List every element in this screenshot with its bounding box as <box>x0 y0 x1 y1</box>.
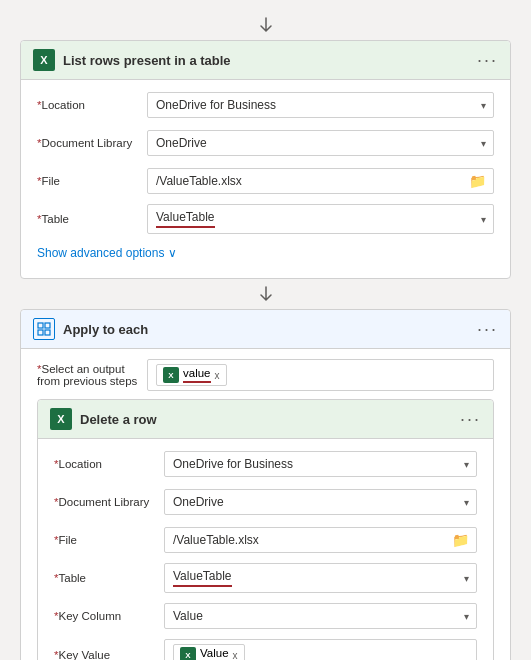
keyvalue-tag-close[interactable]: x <box>233 650 238 661</box>
top-connector <box>256 10 276 40</box>
middle-connector <box>256 279 276 309</box>
del-doclibrary-arrow: ▾ <box>464 497 469 508</box>
del-doclibrary-label: *Document Library <box>54 496 164 508</box>
apply-to-each-card: Apply to each ··· *Select an outputfrom … <box>20 309 511 660</box>
keyvalue-tag-text: Value <box>200 647 229 660</box>
del-keyvalue-row: *Key Value X Value x <box>54 639 477 660</box>
excel-icon-delete: X <box>50 408 72 430</box>
apply-to-each-more-button[interactable]: ··· <box>477 319 498 340</box>
location-control[interactable]: OneDrive for Business ▾ <box>147 92 494 118</box>
del-table-row: *Table ValueTable ▾ <box>54 563 477 593</box>
location-label: *Location <box>37 99 147 111</box>
select-output-row: *Select an outputfrom previous steps X v… <box>37 359 494 391</box>
svg-rect-0 <box>38 323 43 328</box>
select-output-label: *Select an outputfrom previous steps <box>37 359 147 387</box>
table-dropdown[interactable]: ValueTable ▾ <box>147 204 494 234</box>
file-browse-icon: 📁 <box>469 173 486 189</box>
del-location-control[interactable]: OneDrive for Business ▾ <box>164 451 477 477</box>
list-rows-card: X List rows present in a table ··· *Loca… <box>20 40 511 279</box>
file-input[interactable]: /ValueTable.xlsx 📁 <box>147 168 494 194</box>
select-output-control[interactable]: X value x <box>147 359 494 391</box>
del-table-label: *Table <box>54 572 164 584</box>
svg-rect-3 <box>45 330 50 335</box>
delete-row-title: Delete a row <box>80 412 460 427</box>
doclibrary-dropdown-arrow: ▾ <box>481 138 486 149</box>
advanced-options-toggle[interactable]: Show advanced options ∨ <box>37 242 494 268</box>
del-keycolumn-label: *Key Column <box>54 610 164 622</box>
del-doclibrary-row: *Document Library OneDrive ▾ <box>54 487 477 517</box>
keyvalue-tag-excel-icon: X <box>180 647 196 660</box>
value-tag: X value x <box>156 364 227 386</box>
list-rows-title: List rows present in a table <box>63 53 477 68</box>
list-rows-more-button[interactable]: ··· <box>477 50 498 71</box>
del-keyvalue-label: *Key Value <box>54 649 164 660</box>
location-field-row: *Location OneDrive for Business ▾ <box>37 90 494 120</box>
list-rows-body: *Location OneDrive for Business ▾ *Docum… <box>21 80 510 278</box>
delete-row-body: *Location OneDrive for Business ▾ *Docum… <box>38 439 493 660</box>
del-location-row: *Location OneDrive for Business ▾ <box>54 449 477 479</box>
location-dropdown-arrow: ▾ <box>481 100 486 111</box>
doclibrary-label: *Document Library <box>37 137 147 149</box>
table-dropdown-arrow: ▾ <box>481 214 486 225</box>
delete-row-header: X Delete a row ··· <box>38 400 493 439</box>
file-label: *File <box>37 175 147 187</box>
file-field-row: *File /ValueTable.xlsx 📁 <box>37 166 494 196</box>
del-keycolumn-row: *Key Column Value ▾ <box>54 601 477 631</box>
del-doclibrary-control[interactable]: OneDrive ▾ <box>164 489 477 515</box>
svg-rect-1 <box>45 323 50 328</box>
del-file-label: *File <box>54 534 164 546</box>
del-keycolumn-control[interactable]: Value ▾ <box>164 603 477 629</box>
delete-row-more-button[interactable]: ··· <box>460 409 481 430</box>
del-keycolumn-dropdown[interactable]: Value ▾ <box>164 603 477 629</box>
apply-to-each-body: *Select an outputfrom previous steps X v… <box>21 349 510 660</box>
table-field-row: *Table ValueTable ▾ <box>37 204 494 234</box>
location-value: OneDrive for Business <box>156 98 276 112</box>
del-table-dropdown[interactable]: ValueTable ▾ <box>164 563 477 593</box>
del-location-value: OneDrive for Business <box>173 457 293 471</box>
advanced-options-label: Show advanced options <box>37 246 164 260</box>
doclibrary-value: OneDrive <box>156 136 207 150</box>
advanced-options-chevron: ∨ <box>168 246 177 260</box>
del-file-row: *File /ValueTable.xlsx 📁 <box>54 525 477 555</box>
apply-to-each-icon <box>33 318 55 340</box>
delete-row-card: X Delete a row ··· *Location OneDrive fo… <box>37 399 494 660</box>
del-doclibrary-dropdown[interactable]: OneDrive ▾ <box>164 489 477 515</box>
doclibrary-control[interactable]: OneDrive ▾ <box>147 130 494 156</box>
del-keyvalue-control[interactable]: X Value x <box>164 639 477 660</box>
del-location-dropdown[interactable]: OneDrive for Business ▾ <box>164 451 477 477</box>
del-file-value: /ValueTable.xlsx <box>173 533 259 547</box>
file-value: /ValueTable.xlsx <box>156 174 242 188</box>
del-table-control[interactable]: ValueTable ▾ <box>164 563 477 593</box>
location-dropdown[interactable]: OneDrive for Business ▾ <box>147 92 494 118</box>
tag-value-text: value <box>183 367 211 383</box>
del-doclibrary-value: OneDrive <box>173 495 224 509</box>
del-location-label: *Location <box>54 458 164 470</box>
del-keycolumn-arrow: ▾ <box>464 611 469 622</box>
table-value: ValueTable <box>156 210 215 228</box>
list-rows-header: X List rows present in a table ··· <box>21 41 510 80</box>
table-control[interactable]: ValueTable ▾ <box>147 204 494 234</box>
del-location-arrow: ▾ <box>464 459 469 470</box>
del-file-input[interactable]: /ValueTable.xlsx 📁 <box>164 527 477 553</box>
apply-to-each-header: Apply to each ··· <box>21 310 510 349</box>
keyvalue-tag: X Value x <box>173 644 245 660</box>
doclibrary-field-row: *Document Library OneDrive ▾ <box>37 128 494 158</box>
svg-rect-2 <box>38 330 43 335</box>
del-file-browse-icon: 📁 <box>452 532 469 548</box>
select-output-tag-input[interactable]: X value x <box>147 359 494 391</box>
del-file-control[interactable]: /ValueTable.xlsx 📁 <box>164 527 477 553</box>
del-keyvalue-tag-input[interactable]: X Value x <box>164 639 477 660</box>
del-table-arrow: ▾ <box>464 573 469 584</box>
table-label: *Table <box>37 213 147 225</box>
doclibrary-dropdown[interactable]: OneDrive ▾ <box>147 130 494 156</box>
del-table-value: ValueTable <box>173 569 232 587</box>
apply-to-each-title: Apply to each <box>63 322 477 337</box>
tag-close-button[interactable]: x <box>215 370 220 381</box>
file-control[interactable]: /ValueTable.xlsx 📁 <box>147 168 494 194</box>
excel-icon-list: X <box>33 49 55 71</box>
tag-excel-icon: X <box>163 367 179 383</box>
del-keycolumn-value: Value <box>173 609 203 623</box>
